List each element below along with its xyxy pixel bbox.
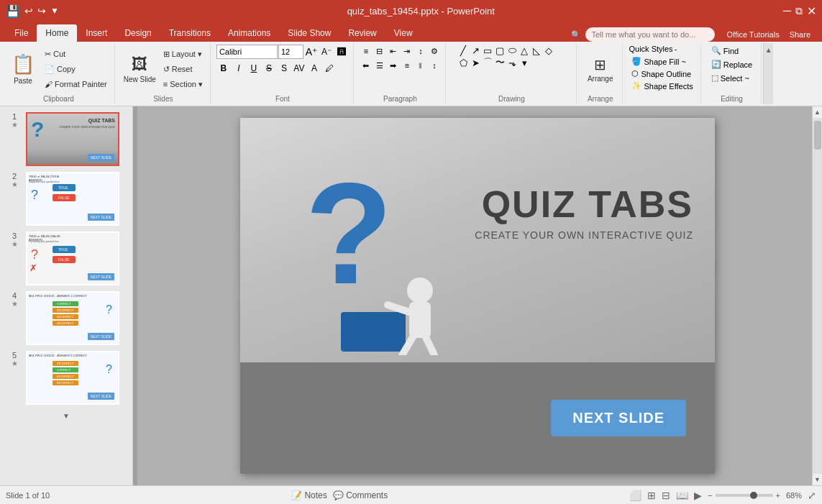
- underline-button[interactable]: U: [247, 61, 261, 75]
- italic-button[interactable]: I: [232, 61, 246, 75]
- zoom-slider[interactable]: [716, 494, 773, 497]
- shape-line[interactable]: ╱: [457, 45, 469, 56]
- bold-button[interactable]: B: [216, 61, 231, 75]
- text-direction-btn[interactable]: ↕: [414, 45, 427, 58]
- shape-rect[interactable]: ▭: [482, 45, 493, 56]
- shape-fill-button[interactable]: 🪣Shape Fill ~: [629, 56, 688, 67]
- save-icon[interactable]: 💾: [6, 4, 20, 18]
- tab-transitions[interactable]: Transitions: [160, 24, 219, 42]
- char-spacing-button[interactable]: AV: [292, 61, 306, 75]
- shape-rounded-rect[interactable]: ▢: [494, 45, 506, 56]
- tab-home[interactable]: Home: [37, 24, 77, 42]
- justify-btn[interactable]: ≡: [401, 59, 414, 72]
- shape-freeform[interactable]: 〜: [494, 57, 506, 68]
- tab-slideshow[interactable]: Slide Show: [279, 24, 339, 42]
- shape-outline-button[interactable]: ⬡Shape Outline: [629, 68, 694, 79]
- reset-button[interactable]: ↺Reset: [160, 62, 206, 76]
- indent-decrease-btn[interactable]: ⇤: [387, 45, 400, 58]
- restore-btn[interactable]: ⧉: [795, 5, 803, 17]
- align-left-btn[interactable]: ⬅: [360, 59, 373, 72]
- align-center-btn[interactable]: ☰: [373, 59, 386, 72]
- panel-scroll-down[interactable]: ▼: [0, 411, 132, 421]
- scroll-thumb[interactable]: [814, 121, 821, 150]
- font-name-box[interactable]: Calibri: [216, 45, 278, 59]
- shape-diamond[interactable]: ◇: [543, 45, 554, 56]
- section-button[interactable]: ≡Section▾: [160, 77, 206, 91]
- font-size-decrease[interactable]: A⁻: [319, 45, 334, 59]
- tell-me-input[interactable]: [585, 27, 715, 42]
- reading-view-icon[interactable]: 📖: [676, 490, 688, 501]
- find-button[interactable]: 🔍Find: [707, 45, 743, 57]
- outline-view-icon[interactable]: ⊞: [647, 490, 656, 501]
- slide-thumb-3[interactable]: 3 ★ TRUE or FALSE (FALSE ANSWER) Try ent…: [7, 232, 125, 285]
- text-shadow-button[interactable]: S: [277, 61, 291, 75]
- convert-to-smartart-btn[interactable]: ⚙: [428, 45, 441, 58]
- format-painter-button[interactable]: 🖌Format Painter: [42, 77, 110, 91]
- slide-1-thumbnail[interactable]: ? QUIZ TABS CREATE YOUR OWN INTERACTIVE …: [26, 112, 119, 166]
- ribbon-collapse-button[interactable]: ▲: [763, 43, 773, 104]
- indent-increase-btn[interactable]: ⇥: [401, 45, 414, 58]
- font-color-button[interactable]: A: [307, 61, 321, 75]
- slide-thumb-5[interactable]: 5 ★ MULTIPLE CHOICE - ANSWER 2 CORRECT I…: [7, 351, 125, 405]
- align-right-btn[interactable]: ➡: [387, 59, 400, 72]
- zoom-out-btn[interactable]: −: [708, 491, 712, 500]
- font-size-increase[interactable]: A⁺: [304, 45, 319, 59]
- select-button[interactable]: ⬚Select ~: [707, 72, 754, 84]
- tab-insert[interactable]: Insert: [77, 24, 116, 42]
- shape-arrow[interactable]: ↗: [470, 45, 481, 56]
- zoom-slider-thumb[interactable]: [750, 492, 757, 499]
- tab-file[interactable]: File: [6, 24, 37, 42]
- slide-sorter-icon[interactable]: ⊟: [662, 490, 670, 501]
- line-spacing-btn[interactable]: ↕: [428, 59, 441, 72]
- bullet-list-btn[interactable]: ≡: [360, 45, 373, 58]
- arrange-button[interactable]: ⊞ Arrange: [583, 49, 618, 89]
- shape-pentagon[interactable]: ⬠: [457, 57, 469, 68]
- paste-button[interactable]: 📋 Paste: [7, 49, 39, 89]
- shape-more[interactable]: ⬎: [506, 57, 518, 68]
- close-btn[interactable]: ✕: [807, 4, 816, 18]
- tab-review[interactable]: Review: [339, 24, 385, 42]
- layout-button[interactable]: ⊞Layout▾: [160, 47, 206, 61]
- redo-icon[interactable]: ↪: [37, 5, 46, 17]
- cut-button[interactable]: ✂Cut: [42, 47, 110, 61]
- slide-thumb-1[interactable]: 1 ★ ? QUIZ TABS CREATE YOUR OWN INTERACT…: [7, 112, 125, 166]
- strikethrough-button[interactable]: S: [262, 61, 276, 75]
- tab-animations[interactable]: Animations: [219, 24, 279, 42]
- tab-view[interactable]: View: [385, 24, 421, 42]
- shape-effects-button[interactable]: ✨Shape Effects: [629, 81, 695, 91]
- columns-btn[interactable]: ⦀: [414, 59, 427, 72]
- slide-thumb-4[interactable]: 4 ★ MULTIPLE CHOICE - ANSWER 1 CORRECT C…: [7, 291, 125, 345]
- slide-3-thumbnail[interactable]: TRUE or FALSE (FALSE ANSWER) Try enterin…: [26, 232, 119, 285]
- slideshow-icon[interactable]: ▶: [694, 490, 702, 501]
- slide-5-thumbnail[interactable]: MULTIPLE CHOICE - ANSWER 2 CORRECT INCOR…: [26, 351, 119, 405]
- copy-button[interactable]: 📄Copy: [42, 62, 110, 76]
- replace-button[interactable]: 🔄Replace: [707, 58, 757, 70]
- slide-2-thumbnail[interactable]: TRUE or FALSE (TRUE ANSWER) Simply enter…: [26, 172, 119, 226]
- minimize-btn[interactable]: ─: [783, 4, 791, 17]
- comments-btn[interactable]: 💬 Comments: [333, 490, 388, 500]
- fit-to-window-icon[interactable]: ⤢: [808, 490, 816, 501]
- customize-icon[interactable]: ▼: [50, 6, 59, 16]
- shape-curve[interactable]: ⌒: [482, 57, 493, 68]
- shape-rtriangle[interactable]: ◺: [531, 45, 542, 56]
- shape-oval[interactable]: ⬭: [506, 45, 518, 56]
- notes-btn[interactable]: 📝 Notes: [291, 490, 327, 500]
- scroll-up-arrow[interactable]: ▲: [813, 106, 823, 118]
- slide-thumb-2[interactable]: 2 ★ TRUE or FALSE (TRUE ANSWER) Simply e…: [7, 172, 125, 226]
- office-tutorials-link[interactable]: Office Tutorials: [726, 30, 779, 39]
- text-highlight-button[interactable]: 🖊: [322, 61, 337, 75]
- zoom-in-btn[interactable]: +: [776, 491, 780, 500]
- undo-icon[interactable]: ↩: [24, 5, 33, 17]
- shapes-dropdown[interactable]: ▾: [519, 57, 530, 68]
- font-size-box[interactable]: 12: [278, 45, 303, 59]
- clear-formatting[interactable]: 🅰: [334, 45, 349, 59]
- scroll-down-arrow[interactable]: ▼: [813, 474, 823, 485]
- tab-design[interactable]: Design: [116, 24, 160, 42]
- slide-4-thumbnail[interactable]: MULTIPLE CHOICE - ANSWER 1 CORRECT CORRE…: [26, 291, 119, 345]
- shape-triangle[interactable]: △: [519, 45, 530, 56]
- new-slide-button[interactable]: 🖼 New Slide: [121, 49, 159, 89]
- share-btn[interactable]: Share: [790, 30, 810, 39]
- shape-arrow2[interactable]: ➤: [470, 57, 481, 68]
- normal-view-icon[interactable]: ⬜: [629, 490, 641, 501]
- number-list-btn[interactable]: ⊟: [373, 45, 386, 58]
